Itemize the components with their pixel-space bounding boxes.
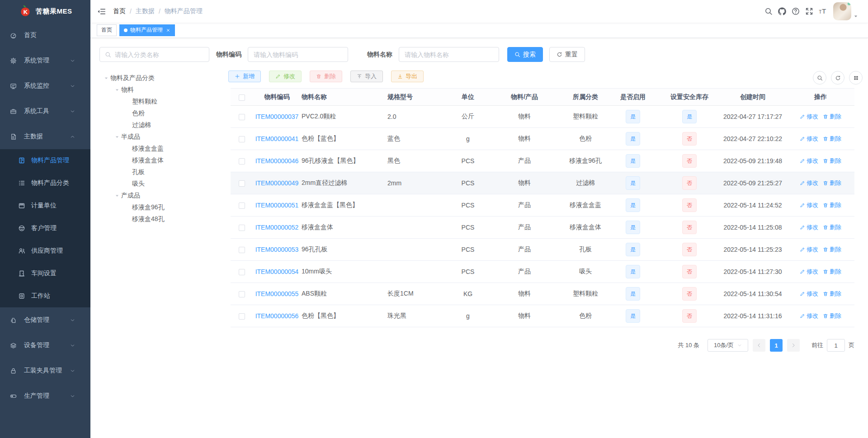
row-checkbox[interactable]: [239, 180, 245, 187]
sidebar-subitem-workstation[interactable]: 工作站: [0, 285, 90, 307]
sidebar-item-fixture[interactable]: 工装夹具管理: [0, 358, 90, 383]
row-delete-link[interactable]: 删除: [823, 201, 841, 209]
info-action-button[interactable]: 导入: [350, 71, 383, 82]
warning-action-button[interactable]: 导出: [391, 71, 424, 82]
tree-node[interactable]: 移液盒96孔: [96, 202, 222, 213]
sidebar-item-toolbox[interactable]: 系统工具: [0, 99, 90, 124]
caret-down-icon[interactable]: [113, 88, 121, 92]
row-delete-link[interactable]: 删除: [823, 179, 841, 187]
material-code-input[interactable]: [248, 47, 348, 62]
sidebar-item-monitor[interactable]: 系统监控: [0, 73, 90, 99]
sidebar-subitem-category[interactable]: 物料产品分类: [0, 172, 90, 194]
row-checkbox[interactable]: [239, 291, 245, 297]
app-logo[interactable]: K 苦糖果MES: [0, 0, 90, 23]
reset-button[interactable]: 重置: [549, 47, 585, 62]
tree-node[interactable]: 塑料颗粒: [96, 96, 222, 108]
caret-down-icon[interactable]: [102, 76, 110, 80]
tab-home[interactable]: 首页: [97, 24, 117, 36]
caret-down-icon[interactable]: [113, 193, 121, 198]
sidebar-item-dashboard[interactable]: 首页: [0, 23, 90, 48]
sidebar-item-production[interactable]: 生产管理: [0, 383, 90, 409]
row-edit-link[interactable]: 修改: [800, 268, 818, 276]
tree-node[interactable]: 移液盒盒体: [96, 155, 222, 166]
tree-node[interactable]: 物料: [96, 84, 222, 96]
search-button[interactable]: 搜索: [507, 47, 543, 62]
select-all-checkbox[interactable]: [239, 94, 245, 101]
sidebar-item-gear[interactable]: 系统管理: [0, 48, 90, 73]
row-edit-link[interactable]: 修改: [800, 290, 818, 298]
tree-node[interactable]: 产成品: [96, 190, 222, 202]
material-name-input[interactable]: [399, 47, 499, 62]
font-size-icon[interactable]: TT: [816, 0, 830, 23]
row-edit-link[interactable]: 修改: [800, 179, 818, 187]
primary-action-button[interactable]: 新增: [228, 71, 261, 82]
row-delete-link[interactable]: 删除: [823, 290, 841, 298]
row-checkbox[interactable]: [239, 136, 245, 142]
row-checkbox[interactable]: [239, 313, 245, 320]
tab-active[interactable]: 物料产品管理: [119, 24, 175, 36]
danger-action-button[interactable]: 删除: [310, 71, 342, 82]
sidebar-subitem-material[interactable]: 物料产品管理: [0, 149, 90, 172]
sidebar-subitem-supplier[interactable]: 供应商管理: [0, 240, 90, 262]
row-checkbox[interactable]: [239, 203, 245, 209]
row-edit-link[interactable]: 修改: [800, 223, 818, 231]
sidebar-item-document[interactable]: 主数据: [0, 124, 90, 149]
material-code-link[interactable]: ITEM00000055: [255, 290, 299, 297]
page-size-select[interactable]: 10条/页: [708, 339, 748, 352]
next-page-button[interactable]: [787, 339, 800, 352]
columns-toggle-button[interactable]: [849, 71, 863, 85]
tree-node[interactable]: 半成品: [96, 131, 222, 143]
material-code-link[interactable]: ITEM00000054: [255, 268, 299, 275]
row-edit-link[interactable]: 修改: [800, 157, 818, 165]
sidebar-subitem-workshop[interactable]: 车间设置: [0, 262, 90, 285]
row-delete-link[interactable]: 删除: [823, 268, 841, 276]
row-edit-link[interactable]: 修改: [800, 113, 818, 121]
tree-node[interactable]: 移液盒48孔: [96, 213, 222, 225]
sidebar-toggle-icon[interactable]: [97, 7, 106, 16]
close-icon[interactable]: [166, 28, 170, 33]
category-search-input[interactable]: [115, 51, 204, 58]
material-code-link[interactable]: ITEM00000041: [255, 135, 299, 142]
goto-page-input[interactable]: [827, 339, 845, 352]
row-delete-link[interactable]: 删除: [823, 245, 841, 254]
breadcrumb-item[interactable]: 首页: [113, 7, 126, 15]
tree-node[interactable]: 物料及产品分类: [96, 72, 222, 84]
material-code-link[interactable]: ITEM00000046: [255, 157, 299, 165]
row-delete-link[interactable]: 删除: [823, 135, 841, 143]
row-delete-link[interactable]: 删除: [823, 223, 841, 231]
github-icon[interactable]: [775, 0, 789, 23]
user-avatar[interactable]: [833, 2, 858, 20]
row-checkbox[interactable]: [239, 269, 245, 275]
row-checkbox[interactable]: [239, 225, 245, 231]
row-delete-link[interactable]: 删除: [823, 312, 841, 320]
row-delete-link[interactable]: 删除: [823, 113, 841, 121]
row-delete-link[interactable]: 删除: [823, 157, 841, 165]
refresh-button[interactable]: [831, 71, 844, 85]
tree-node[interactable]: 吸头: [96, 178, 222, 190]
material-code-link[interactable]: ITEM00000051: [255, 202, 299, 209]
tree-node[interactable]: 移液盒盒盖: [96, 143, 222, 155]
row-checkbox[interactable]: [239, 158, 245, 165]
prev-page-button[interactable]: [753, 339, 765, 352]
row-edit-link[interactable]: 修改: [800, 312, 818, 320]
tree-node[interactable]: 孔板: [96, 166, 222, 178]
material-code-link[interactable]: ITEM00000056: [255, 312, 299, 320]
search-icon[interactable]: [762, 0, 775, 23]
fullscreen-icon[interactable]: [802, 0, 816, 23]
row-edit-link[interactable]: 修改: [800, 245, 818, 254]
caret-down-icon[interactable]: [113, 135, 121, 139]
row-edit-link[interactable]: 修改: [800, 201, 818, 209]
success-action-button[interactable]: 修改: [269, 71, 302, 82]
sidebar-item-warehouse[interactable]: 仓储管理: [0, 307, 90, 333]
sidebar-subitem-unit[interactable]: 计量单位: [0, 194, 90, 217]
row-edit-link[interactable]: 修改: [800, 135, 818, 143]
sidebar-subitem-customer[interactable]: 客户管理: [0, 217, 90, 240]
toggle-search-button[interactable]: [813, 71, 826, 85]
sidebar-item-device[interactable]: 设备管理: [0, 333, 90, 358]
tree-node[interactable]: 过滤棉: [96, 119, 222, 131]
material-code-link[interactable]: ITEM00000053: [255, 246, 299, 253]
row-checkbox[interactable]: [239, 114, 245, 120]
current-page-button[interactable]: 1: [770, 339, 783, 352]
row-checkbox[interactable]: [239, 247, 245, 253]
breadcrumb-item[interactable]: 主数据: [136, 7, 155, 15]
